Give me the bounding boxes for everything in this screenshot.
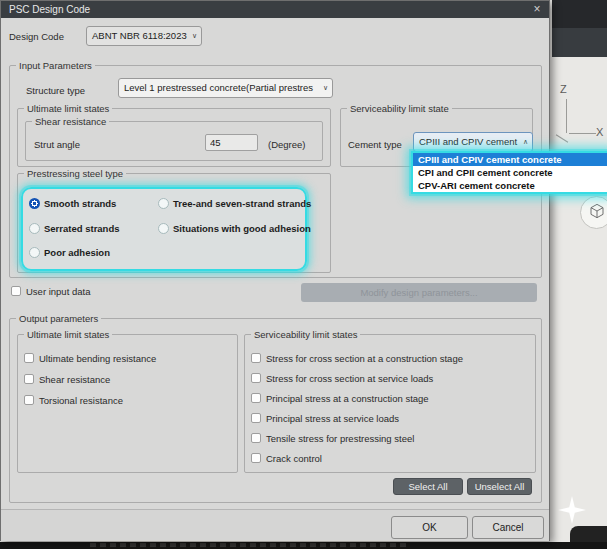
checkbox-principal-stress-service-label[interactable]: Principal stress at service loads <box>266 413 399 424</box>
structure-type-value: Level 1 prestressed concrete(Partial pre… <box>124 82 313 93</box>
checkbox-crack-control[interactable] <box>251 453 261 463</box>
close-icon[interactable]: × <box>530 1 544 18</box>
checkbox-stress-service-loads-label[interactable]: Stress for cross section at service load… <box>266 373 433 384</box>
sparkle-icon <box>558 496 586 524</box>
radio-poor-adhesion-label[interactable]: Poor adhesion <box>44 247 110 259</box>
output-parameters-title: Output parameters <box>16 313 101 324</box>
z-axis-line <box>566 99 567 133</box>
modify-design-parameters-button[interactable]: Modify design parameters... <box>301 283 537 302</box>
unselect-all-button[interactable]: Unselect All <box>467 478 532 495</box>
cement-option-cpiii-cpiv[interactable]: CPIII and CPIV cement concrete <box>413 153 607 166</box>
checkbox-stress-service-loads[interactable] <box>251 373 261 383</box>
z-axis-label: Z <box>560 83 567 95</box>
status-bar-text-smear <box>90 543 410 547</box>
cement-type-label: Cement type <box>348 139 402 150</box>
strut-angle-unit: (Degree) <box>268 139 306 150</box>
checkbox-tensile-stress-prestressing[interactable] <box>251 433 261 443</box>
chevron-down-icon: ∨ <box>323 79 328 97</box>
dialog-titlebar[interactable]: PSC Design Code × <box>1 1 549 18</box>
radio-situations-good-adhesion[interactable] <box>158 223 169 234</box>
checkbox-torsional-resistance[interactable] <box>24 395 34 405</box>
app-canvas: Z X PSC Design Code × Design Code ABNT N… <box>0 0 607 549</box>
cement-option-cpi-cpii[interactable]: CPI and CPII cement concrete <box>413 166 607 179</box>
radio-serrated-strands[interactable] <box>29 223 40 234</box>
radio-smooth-strands[interactable] <box>29 198 40 209</box>
strut-angle-label: Strut angle <box>34 139 80 150</box>
checkbox-ultimate-bending-resistance[interactable] <box>24 353 34 363</box>
x-axis-line <box>569 133 596 134</box>
view-cube-icon <box>589 203 605 223</box>
checkbox-principal-stress-construction[interactable] <box>251 393 261 403</box>
radio-smooth-strands-label[interactable]: Smooth strands <box>44 198 116 210</box>
input-parameters-title: Input Parameters <box>16 60 95 71</box>
serviceability-limit-state-title: Serviceability limit state <box>347 103 452 114</box>
checkbox-shear-resistance[interactable] <box>24 374 34 384</box>
output-serviceability-limit-states-title: Serviceability limit states <box>251 329 360 340</box>
checkbox-tensile-stress-prestressing-label[interactable]: Tensile stress for prestressing steel <box>266 433 414 444</box>
checkbox-shear-resistance-label[interactable]: Shear resistance <box>39 374 110 385</box>
radio-poor-adhesion[interactable] <box>29 247 40 258</box>
radio-tree-and-seven-strand-label[interactable]: Tree-and seven-strand strands <box>173 198 311 210</box>
dialog-title: PSC Design Code <box>9 1 90 18</box>
y-axis-line <box>556 134 568 142</box>
strut-angle-input[interactable] <box>205 134 258 151</box>
user-input-data-label[interactable]: User input data <box>26 286 90 297</box>
design-code-label: Design Code <box>9 31 64 42</box>
design-code-value: ABNT NBR 6118:2023 <box>92 30 187 41</box>
cement-option-cpv-ari[interactable]: CPV-ARI cement concrete <box>413 179 607 192</box>
radio-serrated-strands-label[interactable]: Serrated strands <box>44 223 120 235</box>
checkbox-stress-construction-stage[interactable] <box>251 353 261 363</box>
structure-type-label: Structure type <box>26 85 85 96</box>
checkbox-torsional-resistance-label[interactable]: Torsional resistance <box>39 395 123 406</box>
checkbox-stress-construction-stage-label[interactable]: Stress for cross section at a constructi… <box>266 353 463 364</box>
background-panel-dark-lower <box>552 28 607 57</box>
cement-type-value: CPIII and CPIV cement <box>419 136 517 147</box>
prestressing-steel-type-title: Prestressing steel type <box>24 168 126 179</box>
design-code-select[interactable]: ABNT NBR 6118:2023 ∨ <box>86 26 202 46</box>
background-panel-dark-upper <box>552 0 607 28</box>
cement-type-dropdown-list: CPIII and CPIV cement concrete CPI and C… <box>411 151 607 194</box>
checkbox-ultimate-bending-resistance-label[interactable]: Ultimate bending resistance <box>39 353 156 364</box>
checkbox-crack-control-label[interactable]: Crack control <box>266 453 322 464</box>
cement-type-select[interactable]: CPIII and CPIV cement ∧ <box>413 132 533 152</box>
chevron-up-icon: ∧ <box>523 133 528 151</box>
view-cube-button[interactable] <box>580 196 607 229</box>
select-all-button[interactable]: Select All <box>393 478 463 495</box>
checkbox-principal-stress-construction-label[interactable]: Principal stress at a construction stage <box>266 393 429 404</box>
chevron-down-icon: ∨ <box>192 27 197 45</box>
structure-type-select[interactable]: Level 1 prestressed concrete(Partial pre… <box>118 78 333 98</box>
radio-situations-good-adhesion-label[interactable]: Situations with good adhesion <box>173 223 311 235</box>
ultimate-limit-states-title: Ultimate limit states <box>24 103 112 114</box>
output-ultimate-limit-states-title: Ultimate limit states <box>24 329 112 340</box>
checkbox-principal-stress-service[interactable] <box>251 413 261 423</box>
shear-resistance-title: Shear resistance <box>32 116 109 127</box>
cancel-button[interactable]: Cancel <box>472 516 544 539</box>
x-axis-label: X <box>596 126 603 138</box>
ok-button[interactable]: OK <box>391 516 468 539</box>
psc-design-code-dialog: PSC Design Code × Design Code ABNT NBR 6… <box>0 0 550 541</box>
radio-tree-and-seven-strand[interactable] <box>158 198 169 209</box>
user-input-data-checkbox[interactable] <box>11 286 21 296</box>
